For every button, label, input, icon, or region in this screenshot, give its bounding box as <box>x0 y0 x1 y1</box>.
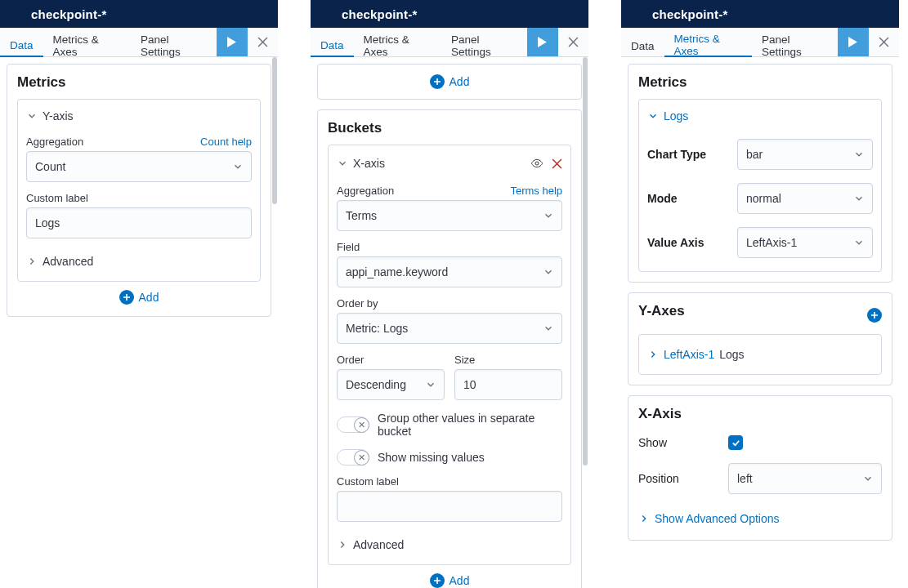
aggregation-label: Aggregation <box>337 185 394 197</box>
metrics-heading: Metrics <box>17 74 261 91</box>
aggregation-help-link[interactable]: Terms help <box>510 185 562 197</box>
play-icon <box>537 37 548 47</box>
aggregation-help-link[interactable]: Count help <box>200 136 252 148</box>
tab-data[interactable]: Data <box>0 28 43 57</box>
chart-type-select[interactable]: bar <box>737 139 873 170</box>
buckets-heading: Buckets <box>328 120 571 136</box>
position-select[interactable]: left <box>728 463 882 494</box>
play-icon <box>226 37 237 47</box>
order-select[interactable]: Descending <box>337 369 445 400</box>
add-yaxis-button[interactable] <box>867 308 882 323</box>
aggregation-select[interactable]: Count <box>26 151 252 182</box>
field-label: Field <box>337 241 562 253</box>
header-title: checkpoint-* <box>0 0 278 28</box>
custom-label-label: Custom label <box>26 192 252 204</box>
chevron-right-icon <box>647 349 659 360</box>
yaxis-toggle[interactable]: Y-axis <box>26 106 252 126</box>
check-icon <box>731 439 740 448</box>
order-label: Order <box>337 354 445 366</box>
xaxis-section: X-axis Aggregation Terms help Terms Fiel… <box>328 145 571 565</box>
yaxes-heading: Y-Axes <box>638 303 685 319</box>
chevron-right-icon <box>26 256 38 267</box>
field-select[interactable]: appi_name.keyword <box>337 256 562 287</box>
buckets-card: Buckets X-axis Aggregation Terms help <box>317 109 582 588</box>
yaxes-card: Y-Axes LeftAxis-1 Logs <box>628 292 892 385</box>
leftaxis-suffix: Logs <box>719 348 744 361</box>
show-label: Show <box>638 436 728 449</box>
xaxis-toggle[interactable]: X-axis <box>337 154 385 173</box>
logs-toggle[interactable]: Logs <box>647 106 873 126</box>
leftaxis-toggle[interactable]: LeftAxis-1 Logs <box>647 343 873 366</box>
tab-panel-settings[interactable]: Panel Settings <box>131 28 217 57</box>
yaxis-section: Y-axis Aggregation Count help Count Cust… <box>17 99 261 282</box>
custom-label-label: Custom label <box>337 475 562 488</box>
chevron-right-icon <box>638 513 650 524</box>
plus-circle-icon <box>430 74 445 89</box>
add-metric-button[interactable]: Add <box>17 282 261 306</box>
show-advanced-toggle[interactable]: Show Advanced Options <box>638 507 882 530</box>
tab-metrics-axes[interactable]: Metrics & Axes <box>43 28 131 57</box>
aggregation-label: Aggregation <box>26 136 83 148</box>
mode-select[interactable]: normal <box>737 183 873 214</box>
metrics-card: Metrics Logs Chart Type bar Mode norm <box>628 64 892 283</box>
play-button[interactable] <box>838 28 868 56</box>
size-input[interactable] <box>454 369 562 400</box>
aggregation-select[interactable]: Terms <box>337 200 562 231</box>
scrollbar[interactable] <box>583 57 588 580</box>
custom-label-input[interactable] <box>26 207 252 238</box>
yaxis-label: Y-axis <box>42 109 74 122</box>
mode-label: Mode <box>647 192 737 205</box>
show-missing-label: Show missing values <box>378 451 485 464</box>
custom-label-input[interactable] <box>337 491 562 522</box>
leftaxis-row: LeftAxis-1 Logs <box>638 334 882 375</box>
chevron-down-icon <box>337 158 348 169</box>
close-button[interactable] <box>248 28 278 56</box>
advanced-label: Advanced <box>42 255 93 268</box>
orderby-label: Order by <box>337 297 562 310</box>
show-advanced-label: Show Advanced Options <box>655 512 780 525</box>
show-missing-switch[interactable]: ✕ <box>337 449 369 466</box>
play-button[interactable] <box>217 28 247 56</box>
value-axis-select[interactable]: LeftAxis-1 <box>737 227 873 258</box>
group-other-switch[interactable]: ✕ <box>337 416 369 433</box>
close-icon <box>257 37 268 47</box>
chart-type-label: Chart Type <box>647 148 737 161</box>
delete-icon[interactable] <box>552 158 562 169</box>
xaxis-label: X-axis <box>353 157 385 170</box>
position-label: Position <box>638 472 728 485</box>
advanced-toggle[interactable]: Advanced <box>337 535 562 555</box>
orderby-select[interactable]: Metric: Logs <box>337 313 562 344</box>
advanced-toggle[interactable]: Advanced <box>26 252 252 271</box>
header-title: checkpoint-* <box>311 0 588 28</box>
eye-icon[interactable] <box>530 157 543 170</box>
logs-section: Logs Chart Type bar Mode normal <box>638 99 882 272</box>
tab-panel-settings[interactable]: Panel Settings <box>752 28 838 57</box>
show-checkbox[interactable] <box>728 435 743 450</box>
add-bucket-button[interactable]: Add <box>328 565 571 588</box>
chevron-down-icon <box>26 110 38 122</box>
metrics-card: Metrics Y-axis Aggregation Count help Co… <box>7 64 271 317</box>
size-label: Size <box>454 354 562 366</box>
svg-point-0 <box>535 162 539 165</box>
advanced-label: Advanced <box>353 538 404 551</box>
play-icon <box>848 37 858 47</box>
tab-metrics-axes[interactable]: Metrics & Axes <box>664 28 752 57</box>
tab-panel-settings[interactable]: Panel Settings <box>441 28 527 57</box>
tab-bar: Data Metrics & Axes Panel Settings <box>0 28 278 57</box>
tab-data[interactable]: Data <box>621 28 664 57</box>
close-icon <box>879 37 889 47</box>
xaxis-heading: X-Axis <box>638 406 882 422</box>
play-button[interactable] <box>527 28 557 56</box>
tab-metrics-axes[interactable]: Metrics & Axes <box>354 28 441 57</box>
close-button[interactable] <box>869 28 899 56</box>
add-label: Add <box>450 574 470 587</box>
scrollbar[interactable] <box>272 57 277 310</box>
add-label: Add <box>450 75 470 88</box>
tab-data[interactable]: Data <box>311 28 354 57</box>
add-metric-button[interactable]: Add <box>323 69 576 94</box>
close-button[interactable] <box>558 28 588 56</box>
tab-bar: Data Metrics & Axes Panel Settings <box>621 28 899 57</box>
logs-label: Logs <box>664 109 688 122</box>
add-label: Add <box>139 291 159 304</box>
metrics-heading: Metrics <box>638 74 882 91</box>
